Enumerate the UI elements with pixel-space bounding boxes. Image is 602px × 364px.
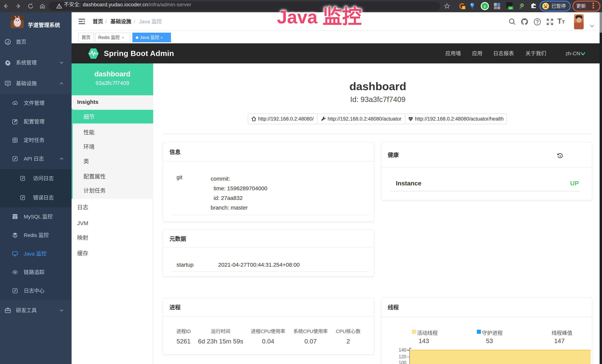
svg-text:y: y	[484, 4, 486, 8]
svg-text:on: on	[509, 7, 512, 10]
svg-text:1: 1	[463, 6, 464, 9]
